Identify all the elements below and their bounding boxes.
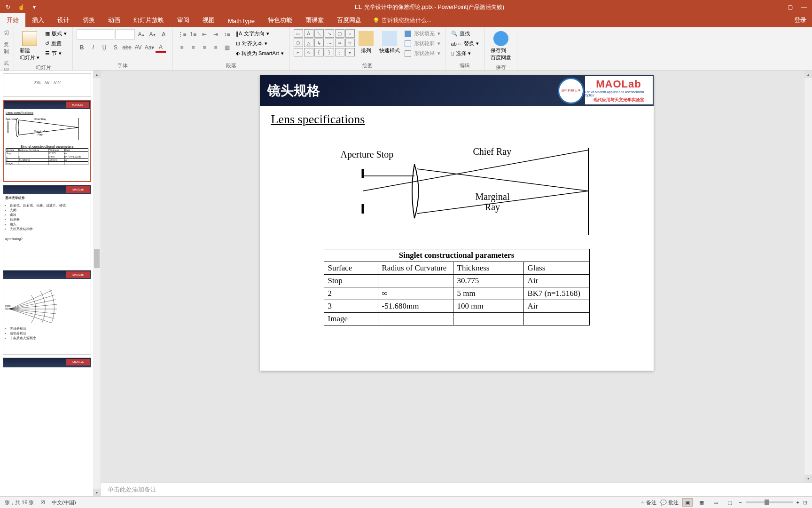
replace-button[interactable]: ab↔ 替换 ▾ (449, 39, 481, 48)
spellcheck-icon[interactable]: ☒ (40, 500, 45, 506)
align-left-button[interactable]: ≡ (177, 42, 187, 53)
qat-dropdown-icon[interactable]: ▾ (30, 3, 39, 11)
sorter-view-button[interactable]: ▦ (696, 498, 707, 507)
scroll-down-icon[interactable]: ▾ (93, 489, 101, 496)
zoom-out-button[interactable]: − (739, 500, 742, 505)
thumbnails-scrollbar[interactable]: ▴ ▾ (93, 71, 101, 496)
shape-rect[interactable]: ▭ (294, 29, 303, 38)
touch-mode-icon[interactable]: ☝ (17, 3, 25, 11)
slide-scrollbar[interactable]: ▴ ▾ (804, 71, 812, 482)
scroll-up-icon[interactable]: ▴ (93, 71, 101, 78)
justify-button[interactable]: ≡ (211, 42, 221, 53)
tab-transition[interactable]: 切换 (76, 13, 102, 27)
italic-button[interactable]: I (88, 42, 98, 53)
zoom-slider-thumb[interactable] (765, 500, 769, 505)
select-button[interactable]: ▯ 选择 ▾ (449, 49, 481, 58)
font-name-input[interactable] (77, 29, 114, 40)
shape-hexagon[interactable]: ⬡ (294, 39, 303, 47)
shape-connector2[interactable]: ∿ (304, 48, 313, 56)
shape-line[interactable]: ＼ (314, 29, 324, 38)
scroll-thumb[interactable] (94, 249, 100, 268)
zoom-slider[interactable] (746, 501, 793, 503)
align-center-button[interactable]: ≡ (188, 42, 198, 53)
scroll-up-icon[interactable]: ▴ (804, 71, 812, 78)
tell-me-search[interactable]: 💡 告诉我您想做什么... (368, 14, 436, 27)
align-right-button[interactable]: ≡ (199, 42, 210, 53)
shape-arrow[interactable]: ↘ (325, 29, 334, 38)
notes-button[interactable]: ≐ 备注 (640, 499, 656, 506)
shape-connector1[interactable]: ⌐ (294, 48, 303, 56)
shadow-button[interactable]: S (110, 42, 121, 53)
tab-mathtype[interactable]: MathType (221, 15, 261, 27)
layout-button[interactable]: ▦ 版式 ▾ (43, 29, 69, 38)
tab-rainclass[interactable]: 雨课堂 (299, 13, 330, 27)
tab-special[interactable]: 特色功能 (261, 13, 299, 27)
tab-insert[interactable]: 插入 (25, 13, 51, 27)
increase-indent-button[interactable]: ⇥ (211, 29, 221, 40)
shape-elbow[interactable]: ↳ (314, 39, 324, 47)
decrease-indent-button[interactable]: ⇤ (199, 29, 210, 40)
font-color-button[interactable]: A (156, 42, 166, 53)
columns-button[interactable]: ▥ (222, 42, 232, 53)
numbering-button[interactable]: 1≡ (188, 29, 198, 40)
tab-home[interactable]: 开始 (0, 13, 25, 27)
shape-roundrect[interactable]: ▢ (335, 29, 344, 38)
shape-triangle[interactable]: △ (304, 39, 313, 47)
change-case-button[interactable]: Aa▾ (144, 42, 155, 53)
thumbnail-next1[interactable]: MAOLab 基本光学组件 反射镜、反射镜、光栅、滤波片、棱镜 光阑 窗板 探测… (3, 185, 91, 267)
shape-more1[interactable]: ⋮ (335, 48, 344, 56)
tab-review[interactable]: 审阅 (171, 13, 196, 27)
tab-view[interactable]: 视图 (196, 13, 221, 27)
shape-outline-button[interactable]: 形状轮廓 ▾ (404, 39, 441, 48)
thumbnail-next2[interactable]: MAOLab PointSource 光线分析法 波动分析法 非实质点光源概念 (3, 270, 91, 355)
section-button[interactable]: ☰ 节 ▾ (43, 49, 69, 58)
tab-animation[interactable]: 动画 (102, 13, 127, 27)
shape-star[interactable]: ☆ (345, 39, 355, 47)
shapes-gallery[interactable]: ▭ A ＼ ↘ ▢ ○ ⬡ △ ↳ ↝ ⇨ ☆ ⌐ ∿ { } ⋮ ▾ (294, 29, 355, 56)
slideshow-view-button[interactable]: ▢ (725, 498, 735, 507)
autosave-icon[interactable]: ↻ (4, 3, 12, 11)
tab-baidu[interactable]: 百度网盘 (330, 13, 368, 27)
language-indicator[interactable]: 中文(中国) (52, 499, 76, 506)
notes-pane[interactable]: 单击此处添加备注 (101, 482, 812, 496)
shape-rbrace[interactable]: } (325, 48, 334, 56)
scroll-down-icon[interactable]: ▾ (804, 475, 812, 482)
tab-slideshow[interactable]: 幻灯片放映 (127, 13, 171, 27)
reset-button[interactable]: ↺ 重置 (43, 39, 69, 48)
find-button[interactable]: 🔍 查找 (449, 29, 481, 38)
save-baidu-button[interactable]: 保存到百度网盘 (489, 29, 513, 63)
comments-button[interactable]: 💬 批注 (660, 499, 679, 506)
tab-design[interactable]: 设计 (51, 13, 76, 27)
decrease-font-button[interactable]: A▾ (147, 29, 157, 40)
clear-formatting-button[interactable]: A̷ (158, 29, 169, 40)
thumbnail-current[interactable]: MAOLab Lens specifications Chief Ray Ape… (3, 100, 91, 182)
shape-textbox[interactable]: A (304, 29, 313, 38)
fit-window-button[interactable]: ⊡ (803, 500, 807, 506)
text-direction-button[interactable]: ‖A 文字方向 ▾ (234, 29, 285, 38)
shape-fill-button[interactable]: 形状填充 ▾ (404, 29, 441, 38)
line-spacing-button[interactable]: ↕≡ (222, 29, 232, 40)
ribbon-display-icon[interactable]: ▢ (786, 3, 794, 11)
bold-button[interactable]: B (77, 42, 87, 53)
current-slide[interactable]: 镜头规格 华中科技大学 MAOLab Lab of Modern Applied… (260, 75, 654, 371)
shape-oval[interactable]: ○ (345, 29, 355, 38)
thumbnail-prev[interactable]: 方程: I₁f₁' = f₁'·f₁' (3, 73, 91, 97)
copy-button[interactable]: 复制 (4, 41, 10, 55)
cut-button[interactable]: 切 (4, 29, 9, 36)
shape-lbrace[interactable]: { (314, 48, 324, 56)
increase-font-button[interactable]: A▴ (136, 29, 146, 40)
char-spacing-button[interactable]: AV (133, 42, 143, 53)
align-text-button[interactable]: ⊡ 对齐文本 ▾ (234, 39, 285, 48)
shape-more2[interactable]: ▾ (345, 48, 355, 56)
normal-view-button[interactable]: ▣ (682, 498, 693, 507)
quickstyle-button[interactable]: 快速样式 (377, 29, 402, 56)
bullets-button[interactable]: ⋮≡ (177, 29, 187, 40)
arrange-button[interactable]: 排列 (357, 29, 375, 56)
shape-curve[interactable]: ↝ (325, 39, 334, 47)
underline-button[interactable]: U (99, 42, 109, 53)
thumbnail-next3[interactable]: MAOLab (3, 357, 91, 367)
shape-effect-button[interactable]: 形状效果 ▾ (404, 49, 441, 58)
new-slide-button[interactable]: 新建幻灯片 ▾ (18, 29, 41, 63)
zoom-in-button[interactable]: + (796, 500, 799, 505)
strikethrough-button[interactable]: abc (122, 42, 132, 53)
